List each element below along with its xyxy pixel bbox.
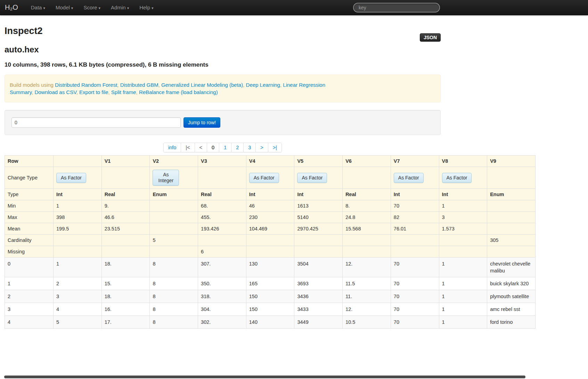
data-cell: 70 (391, 303, 439, 316)
stat-cell: Int (246, 189, 294, 200)
nav-item-admin[interactable]: Admin▾ (106, 0, 134, 15)
action-link[interactable]: Distributed Random Forest (55, 82, 120, 88)
data-cell: 302. (198, 316, 246, 329)
action-link[interactable]: Generalized Linear Modeling (beta) (161, 82, 246, 88)
stat-row: Cardinality 5 305 (5, 235, 536, 246)
column-header: V6 (343, 155, 391, 167)
json-button[interactable]: JSON (420, 33, 441, 42)
nav-item-help[interactable]: Help▾ (134, 0, 158, 15)
pagination-button[interactable]: |< (181, 143, 194, 152)
stat-cell: Real (101, 189, 150, 200)
jump-to-row-button[interactable]: Jump to row! (183, 117, 220, 128)
change-type-button[interactable]: As Factor (394, 173, 424, 183)
data-cell: 1 (439, 303, 487, 316)
data-cell: 1 (439, 316, 487, 329)
pagination-button[interactable]: < (195, 143, 207, 152)
data-cell: plymouth satellite (487, 290, 536, 303)
change-type-row: Change Type As Factor As Integer As Fact… (5, 167, 536, 189)
data-cell: 350. (198, 277, 246, 290)
data-cell: 11.5 (343, 277, 391, 290)
pagination-button[interactable]: 3 (243, 143, 255, 152)
pagination-button[interactable]: info (164, 143, 181, 152)
change-type-button[interactable]: As Factor (249, 173, 279, 183)
data-cell: chevrolet chevelle malibu (487, 258, 536, 277)
nav-item-label: Data (31, 5, 42, 10)
nav-item-data[interactable]: Data▾ (26, 0, 50, 15)
data-cell: 165 (246, 277, 294, 290)
column-header: V3 (198, 155, 246, 167)
stat-cell (198, 235, 246, 246)
frame-name: auto.hex (5, 45, 441, 54)
action-link[interactable]: Distributed GBM (120, 82, 161, 88)
pagination-button[interactable]: 0 (207, 143, 219, 152)
data-cell: amc rebel sst (487, 303, 536, 316)
data-cell: 1 (439, 277, 487, 290)
data-cell: 8 (150, 277, 198, 290)
nav-menu: Data▾ Model▾ Score▾ Admin▾ Help▾ (26, 0, 159, 15)
action-link[interactable]: Deep Learning (246, 82, 283, 88)
action-link[interactable]: Export to file (79, 89, 111, 95)
change-type-button[interactable]: As Factor (297, 173, 327, 183)
data-cell: 8 (150, 290, 198, 303)
stat-cell (246, 235, 294, 246)
data-cell: 150 (246, 290, 294, 303)
data-cell: 3504 (294, 258, 343, 277)
h2o-logo[interactable]: H₂O (0, 3, 26, 11)
change-type-button[interactable]: As Factor (56, 173, 86, 183)
stat-cell (246, 246, 294, 258)
stat-cell: 3 (439, 212, 487, 223)
stat-cell: Enum (487, 189, 536, 200)
stat-row: Missing 6 (5, 246, 536, 258)
change-type-button[interactable]: As Integer (153, 170, 179, 186)
action-link[interactable]: ReBalance frame (load balancing) (139, 89, 218, 95)
data-cell: 18. (101, 258, 150, 277)
nav-item-model[interactable]: Model▾ (50, 0, 78, 15)
jump-row-input[interactable] (11, 117, 181, 128)
stat-row: Mean 199.5 23.515 193.426 104.469 2970.4… (5, 223, 536, 235)
stat-cell (150, 223, 198, 235)
stat-cell: 305 (487, 235, 536, 246)
change-type-cell (101, 167, 150, 189)
action-link[interactable]: Split frame (111, 89, 139, 95)
build-models-alert: Build models using Distributed Random Fo… (5, 75, 441, 102)
change-type-cell: As Factor (391, 167, 439, 189)
stat-row: Type Int Real Enum Real Int Int Real Int… (5, 189, 536, 200)
stat-cell: 1 (54, 200, 102, 212)
horizontal-scrollbar[interactable] (4, 376, 525, 378)
stat-row-label: Min (5, 200, 54, 212)
stat-row-label: Missing (5, 246, 54, 258)
change-type-button[interactable]: As Factor (442, 173, 472, 183)
action-link[interactable]: Linear Regression (283, 82, 325, 88)
data-cell: 2 (54, 277, 102, 290)
stat-cell: Real (198, 189, 246, 200)
nav-item-label: Score (83, 5, 97, 10)
change-type-cell: As Integer (150, 167, 198, 189)
data-cell: 1 (439, 290, 487, 303)
data-cell: 18. (101, 290, 150, 303)
pagination-button[interactable]: >| (268, 143, 281, 152)
row-column-header: Row (5, 155, 54, 167)
data-cell: 3693 (294, 277, 343, 290)
action-link[interactable]: Download as CSV (34, 89, 79, 95)
nav-item-score[interactable]: Score▾ (78, 0, 106, 15)
navbar: H₂O Data▾ Model▾ Score▾ Admin▾ Help▾ (0, 0, 588, 15)
stat-row-label: Type (5, 189, 54, 200)
nav-item-label: Admin (111, 5, 126, 10)
caret-down-icon: ▾ (127, 6, 129, 10)
navbar-search-input[interactable] (353, 3, 440, 12)
data-cell: buick skylark 320 (487, 277, 536, 290)
stat-cell (343, 246, 391, 258)
model-links: Distributed Random Forest Distributed GB… (55, 82, 325, 88)
pagination-button[interactable]: > (255, 143, 268, 152)
column-header: V9 (487, 155, 536, 167)
frame-summary: 10 columns, 398 rows, 6.1 KB bytes (comp… (5, 61, 441, 68)
action-link[interactable]: Summary (10, 89, 34, 95)
stat-cell (391, 246, 439, 258)
stat-cell (54, 246, 102, 258)
table-row: 0 1 18. 8 307. 130 3504 12. 70 1 chevrol… (5, 258, 536, 277)
pagination-button[interactable]: 1 (219, 143, 231, 152)
data-cell: 12. (343, 303, 391, 316)
stat-cell: 15.568 (343, 223, 391, 235)
column-header: V4 (246, 155, 294, 167)
pagination-button[interactable]: 2 (231, 143, 243, 152)
